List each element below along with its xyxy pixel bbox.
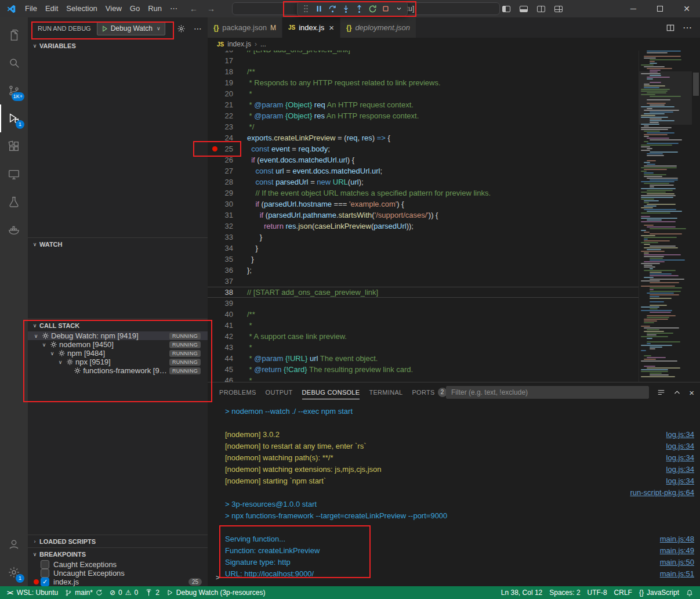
section-breakpoints[interactable]: ∨ BREAKPOINTS [28,547,208,560]
scrollbar-thumb[interactable] [693,73,699,96]
debug-gear-icon[interactable] [177,24,186,33]
breakpoint-checkbox[interactable]: ✓ [41,578,49,586]
breadcrumb[interactable]: JS index.js › ... [208,38,700,50]
source-link[interactable]: main.js:51 [660,568,694,580]
close-panel-icon[interactable]: × [689,388,694,398]
panel-tab-output[interactable]: OUTPUT [261,383,298,402]
tab-package.json[interactable]: {}package.jsonM [208,17,282,38]
source-link[interactable]: log.js:34 [666,441,694,452]
more-actions-icon[interactable]: ⋯ [683,22,692,33]
call-stack-item[interactable]: ∨ nodemon [9450]RUNNING [28,340,208,349]
section-watch[interactable]: ∨ WATCH [28,237,208,250]
activity-source-control[interactable]: 1K+ [0,77,28,104]
remote-indicator[interactable]: >< WSL: Ubuntu [3,586,61,599]
maximize-panel-icon[interactable] [673,389,681,396]
source-link[interactable]: log.js:34 [666,429,694,441]
tab-deployment.json[interactable]: {}deployment.json [340,17,416,38]
source-link[interactable]: main.js:49 [660,545,694,557]
source-link[interactable]: run-script-pkg.js:64 [630,487,694,499]
editor-scrollbar[interactable] [692,50,700,382]
maximize-icon[interactable] [647,0,673,17]
close-window-icon[interactable]: ✕ [673,0,700,17]
toggle-sidebar-icon[interactable] [502,6,510,12]
activity-search[interactable] [0,49,28,77]
breakpoint-checkbox[interactable] [41,569,49,578]
source-link[interactable]: log.js:34 [666,464,694,475]
call-stack-item[interactable]: functions-framework [954...RUNNING [28,366,208,375]
call-stack-item[interactable]: ∨ Debug Watch: npm [9419]RUNNING [28,331,208,340]
customize-layout-icon[interactable] [554,6,563,12]
branch-label: main* [75,589,93,597]
activity-settings[interactable]: 1 [0,558,28,586]
breakpoint-checkbox[interactable] [41,560,49,569]
eol-indicator[interactable]: CRLF [611,586,636,599]
chevron-down-icon[interactable] [393,2,405,15]
breakpoint-icon[interactable] [212,146,217,151]
pause-icon[interactable] [313,2,325,15]
menu-file[interactable]: File [21,0,41,17]
breadcrumb-file[interactable]: index.js [227,40,251,48]
close-tab-icon[interactable]: × [329,23,334,33]
activity-extensions[interactable] [0,132,28,160]
activity-testing[interactable] [0,188,28,216]
tab-index.js[interactable]: JSindex.js× [282,17,340,38]
source-link[interactable]: main.js:48 [660,533,694,545]
menu-go[interactable]: Go [126,0,144,17]
code-editor[interactable]: 16// [END add_ons_preview_link]1718/**19… [208,50,700,382]
step-into-icon[interactable] [339,2,352,15]
forward-icon[interactable]: → [207,4,215,13]
source-link[interactable]: log.js:34 [666,475,694,487]
panel-tab-terminal[interactable]: TERMINAL [364,383,407,402]
menu-view[interactable]: View [101,0,126,17]
panel-tab-debug-console[interactable]: DEBUG CONSOLE [298,383,365,402]
minimap[interactable] [639,50,692,382]
debug-session-indicator[interactable]: Debug Watch (3p-resources) [163,586,269,599]
restart-icon[interactable] [366,2,379,15]
minimize-icon[interactable]: ─ [620,0,647,17]
toggle-secondary-sidebar-icon[interactable] [537,6,545,12]
language-indicator[interactable]: {} JavaScript [636,586,683,599]
step-over-icon[interactable] [326,2,339,15]
debug-config-dropdown[interactable]: Debug Watch ∨ [97,21,165,35]
back-icon[interactable]: ← [190,4,198,13]
more-actions-icon[interactable]: ⋯ [194,24,202,33]
step-out-icon[interactable] [353,2,365,15]
source-link[interactable]: main.js:50 [660,557,694,568]
minimap-line [641,350,646,351]
split-editor-icon[interactable] [666,24,674,32]
notifications-bell[interactable] [683,586,697,599]
cursor-position[interactable]: Ln 38, Col 12 [498,586,546,599]
menu-selection[interactable]: Selection [62,0,101,17]
panel-tab-ports[interactable]: PORTS2 [407,383,451,402]
menu-run[interactable]: Run [144,0,166,17]
breakpoint-item[interactable]: Caught Exceptions [28,560,208,569]
drag-handle-icon[interactable] [299,2,312,15]
toggle-panel-icon[interactable] [520,6,528,12]
activity-remote-explorer[interactable] [0,160,28,188]
output-options-icon[interactable] [657,388,665,396]
activity-explorer[interactable] [0,21,28,49]
breakpoint-item[interactable]: Uncaught Exceptions [28,569,208,578]
console-input-prompt[interactable]: > [216,573,220,582]
stop-icon[interactable] [379,2,392,15]
menu-edit[interactable]: Edit [41,0,62,17]
source-link[interactable]: log.js:34 [666,452,694,464]
activity-run-debug[interactable]: 1 [0,104,28,132]
breakpoint-item[interactable]: ✓index.js25 [28,578,208,586]
call-stack-item[interactable]: ∨ npm [9484]RUNNING [28,349,208,358]
console-filter-input[interactable] [446,386,649,399]
indentation-indicator[interactable]: Spaces: 2 [546,586,583,599]
menu-more[interactable]: ⋯ [166,0,182,17]
activity-accounts[interactable] [0,531,28,558]
ports-indicator[interactable]: 2 [142,586,163,599]
panel-tab-problems[interactable]: PROBLEMS [215,383,261,402]
section-call-stack[interactable]: ∨ CALL STACK [28,319,208,331]
section-variables[interactable]: ∨ VARIABLES [28,39,208,52]
problems-indicator[interactable]: ⊘0 ⚠0 [106,586,142,599]
git-branch-indicator[interactable]: main* [61,586,106,599]
breadcrumb-symbol[interactable]: ... [260,40,266,48]
section-loaded-scripts[interactable]: › LOADED SCRIPTS [28,535,208,547]
call-stack-item[interactable]: ∨ npx [9519]RUNNING [28,358,208,366]
activity-docker[interactable] [0,216,28,244]
encoding-indicator[interactable]: UTF-8 [584,586,611,599]
